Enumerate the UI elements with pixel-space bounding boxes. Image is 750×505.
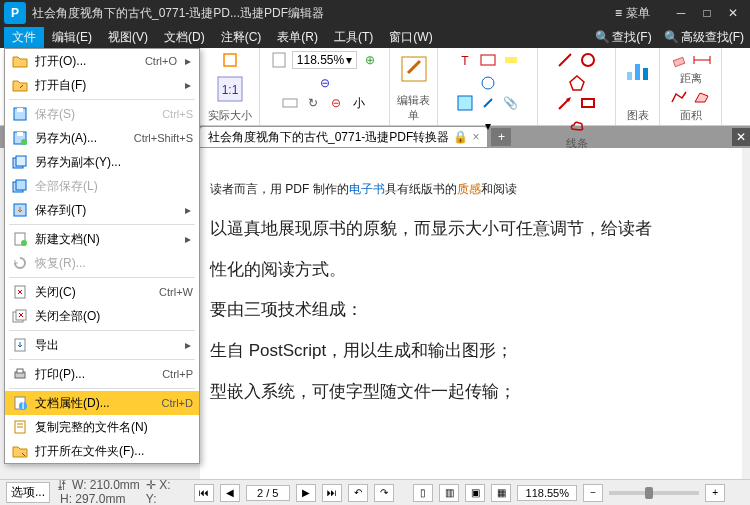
stamp-icon[interactable] [478,73,498,93]
image-tool-icon[interactable] [455,93,475,113]
nav-fwd-button[interactable]: ↷ [374,484,394,502]
file-menu-item[interactable]: 保存到(T)▸ [5,198,199,222]
menu-item-label: 文档属性(D)... [35,395,156,412]
actual-size-icon[interactable]: 1:1 [211,70,249,108]
file-menu-item[interactable]: 打印(P)...Ctrl+P [5,362,199,386]
restore-icon [11,255,29,271]
menu-shortcut: Ctrl+D [162,397,193,409]
next-page-button[interactable]: ▶ [296,484,316,502]
page-number-input[interactable] [246,485,290,501]
open-icon [11,53,29,69]
svg-rect-33 [16,180,26,190]
layout-facing-icon[interactable]: ▣ [465,484,485,502]
cloud-icon[interactable] [567,116,587,136]
text-tool-icon[interactable]: T [455,50,475,70]
ribbon-group-chart: 图表 [627,108,649,123]
polygon-icon[interactable] [567,73,587,93]
zoom-in-icon[interactable]: ⊕ [360,50,380,70]
props-icon: i [11,395,29,411]
zoom-combo[interactable]: 118.55%▾ [292,51,357,69]
zoom-slider[interactable] [609,491,699,495]
chart-icon[interactable] [619,50,657,88]
menu-item-label: 打开自(F) [35,77,177,94]
svg-rect-10 [458,96,472,110]
edit-form-icon[interactable] [395,50,433,88]
file-menu-item[interactable]: 导出▸ [5,333,199,357]
zoom-in-button[interactable]: + [705,484,725,502]
menu-item-label: 导出 [35,337,177,354]
minus-icon[interactable]: ⊖ [326,93,346,113]
doc-line: 要由三项技术组成： [200,290,742,331]
zoom-input[interactable] [517,485,577,501]
layout-book-icon[interactable]: ▦ [491,484,511,502]
lock-icon: 🔒 [453,130,468,144]
menu-item-label: 另存为副本(Y)... [35,154,193,171]
menu-document[interactable]: 文档(D) [156,27,213,48]
menu-view[interactable]: 视图(V) [100,27,156,48]
area-icon[interactable] [692,87,712,107]
menu-form[interactable]: 表单(R) [269,27,326,48]
file-menu-item[interactable]: 打开所在文件夹(F)... [5,439,199,463]
perimeter-icon[interactable] [669,87,689,107]
menu-item-label: 新建文档(N) [35,231,177,248]
highlight-icon[interactable] [501,50,521,70]
textbox-icon[interactable] [478,50,498,70]
menu-comment[interactable]: 注释(C) [213,27,270,48]
first-page-button[interactable]: ⏮ [194,484,214,502]
menu-tools[interactable]: 工具(T) [326,27,381,48]
eraser-icon[interactable] [669,50,689,70]
file-menu-item: 全部保存(L) [5,174,199,198]
circle-icon[interactable] [578,50,598,70]
rotate-icon[interactable]: ↻ [303,93,323,113]
last-page-button[interactable]: ⏭ [322,484,342,502]
window-title: 社会角度视角下的古代_0771-迅捷PD...迅捷PDF编辑器 [32,5,615,22]
zoom-out-button[interactable]: − [583,484,603,502]
layout-single-icon[interactable]: ▯ [413,484,433,502]
fit-page-icon[interactable] [269,50,289,70]
minimize-button[interactable]: ─ [668,3,694,23]
line-icon[interactable] [555,50,575,70]
submenu-arrow-icon: ▸ [183,78,193,92]
file-menu-item[interactable]: 复制完整的文件名(N) [5,415,199,439]
attach-icon[interactable]: 📎 [501,93,521,113]
file-menu-item[interactable]: 关闭全部(O) [5,304,199,328]
doc-line: 以逼真地展现原书的原貌，而显示大小可任意调节，给读者 [200,209,742,250]
new-tab-button[interactable]: + [491,128,511,146]
svg-rect-16 [582,99,594,107]
advanced-find-button[interactable]: 🔍高级查找(F) [658,27,750,48]
tab-close-icon[interactable]: × [472,130,479,144]
menu-file[interactable]: 文件 [4,27,44,48]
close-button[interactable]: ✕ [720,3,746,23]
link-icon[interactable] [478,93,498,113]
file-menu-item[interactable]: 打开(O)...Ctrl+O▸ [5,49,199,73]
tabbar-close-button[interactable]: ✕ [732,128,750,146]
fit-width-icon[interactable] [280,93,300,113]
distance-icon[interactable] [692,50,712,70]
menu-edit[interactable]: 编辑(E) [44,27,100,48]
zoom-out-icon[interactable]: ⊖ [315,73,335,93]
hand-tool-icon[interactable] [220,50,240,70]
file-menu-item[interactable]: i文档属性(D)...Ctrl+D [5,391,199,415]
svg-text:T: T [461,54,469,68]
file-menu-item[interactable]: 另存为副本(Y)... [5,150,199,174]
titlebar-menu-label[interactable]: 菜单 [626,5,650,22]
menu-shortcut: Ctrl+S [162,108,193,120]
arrow-icon[interactable] [555,93,575,113]
layout-cont-icon[interactable]: ▥ [439,484,459,502]
nav-back-button[interactable]: ↶ [348,484,368,502]
find-button[interactable]: 🔍查找(F) [589,27,657,48]
small-icon[interactable]: 小 [349,93,369,113]
prev-page-button[interactable]: ◀ [220,484,240,502]
rect-icon[interactable] [578,93,598,113]
svg-marker-13 [570,76,584,90]
file-menu-item[interactable]: 关闭(C)Ctrl+W [5,280,199,304]
maximize-button[interactable]: □ [694,3,720,23]
file-menu-item[interactable]: 另存为(A)...Ctrl+Shift+S [5,126,199,150]
menu-item-label: 打印(P)... [35,366,156,383]
file-menu-item[interactable]: 打开自(F)▸ [5,73,199,97]
menu-window[interactable]: 窗口(W) [381,27,440,48]
options-button[interactable]: 选项... [6,482,50,503]
svg-rect-19 [643,68,648,80]
file-menu-item[interactable]: 新建文档(N)▸ [5,227,199,251]
document-tab[interactable]: 社会角度视角下的古代_0771-迅捷PDF转换器 🔒 × [200,127,487,147]
